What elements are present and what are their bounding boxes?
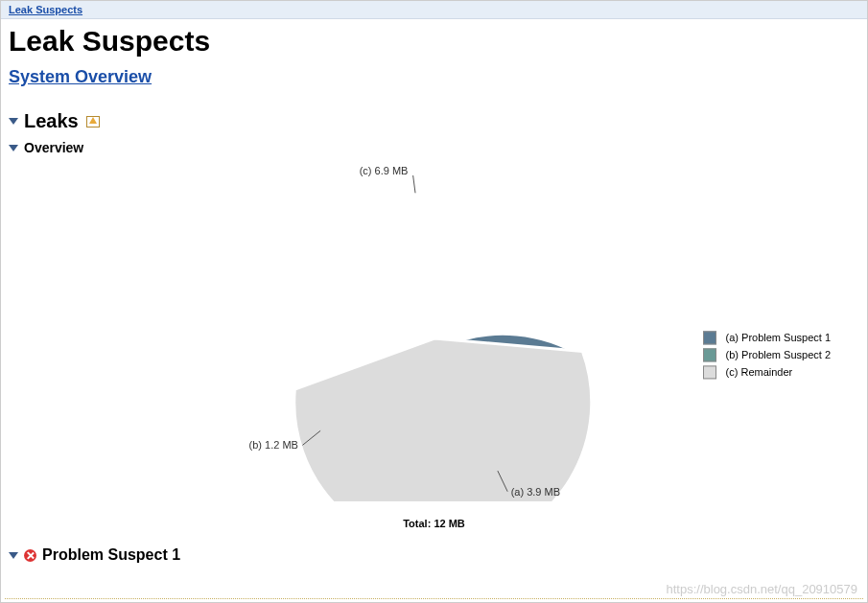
chart-total: Total: 12 MB	[9, 518, 859, 529]
legend-swatch	[703, 331, 716, 344]
section-problem-1: Problem Suspect 1	[9, 546, 859, 564]
section-title-overview: Overview	[24, 140, 83, 155]
pie-chart: (a) 3.9 MB (b) 1.2 MB (c) 6.9 MB	[271, 175, 598, 501]
content: Leak Suspects System Overview Leaks Over…	[1, 19, 867, 577]
legend-label: (a) Problem Suspect 1	[726, 332, 831, 343]
pie-svg	[271, 175, 598, 501]
app-frame: Leak Suspects Leak Suspects System Overv…	[0, 0, 868, 603]
breadcrumb-bar: Leak Suspects	[1, 1, 867, 19]
collapse-icon[interactable]	[9, 118, 18, 125]
pie-label-b: (b) 1.2 MB	[249, 439, 298, 451]
legend-label: (c) Remainder	[726, 366, 793, 378]
section-overview: Overview	[9, 140, 859, 155]
pie-label-c: (c) 6.9 MB	[360, 165, 409, 176]
warning-icon	[86, 116, 100, 128]
legend: (a) Problem Suspect 1 (b) Problem Suspec…	[703, 327, 831, 383]
svg-line-2	[411, 175, 414, 193]
breadcrumb-link[interactable]: Leak Suspects	[9, 4, 82, 15]
page-title: Leak Suspects	[9, 25, 859, 58]
error-icon	[24, 549, 36, 562]
section-title-problem-1: Problem Suspect 1	[42, 546, 180, 564]
divider	[5, 598, 863, 599]
pie-label-a: (a) 3.9 MB	[511, 486, 560, 498]
system-overview-link[interactable]: System Overview	[9, 67, 152, 87]
watermark: https://blog.csdn.net/qq_20910579	[667, 582, 858, 596]
legend-item: (b) Problem Suspect 2	[703, 348, 831, 361]
section-title-leaks: Leaks	[24, 110, 79, 132]
legend-item: (a) Problem Suspect 1	[703, 331, 831, 344]
legend-label: (b) Problem Suspect 2	[726, 349, 831, 360]
section-leaks: Leaks	[9, 110, 859, 132]
legend-swatch	[703, 365, 716, 379]
legend-swatch	[703, 348, 716, 361]
legend-item: (c) Remainder	[703, 365, 831, 379]
collapse-icon[interactable]	[9, 145, 18, 151]
chart-area: (a) 3.9 MB (b) 1.2 MB (c) 6.9 MB (a) Pro…	[9, 161, 859, 516]
collapse-icon[interactable]	[9, 552, 18, 559]
